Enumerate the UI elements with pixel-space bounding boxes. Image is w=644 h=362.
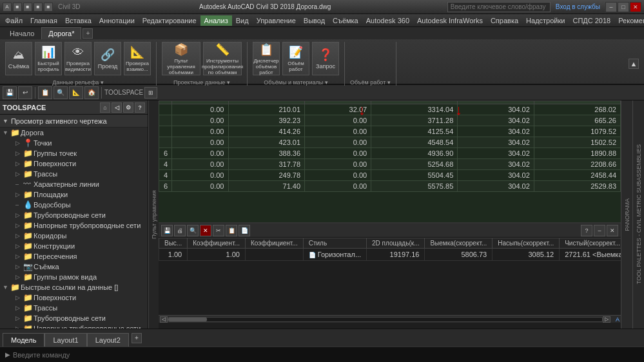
catchments-toggle[interactable]: –: [15, 202, 23, 208]
ribbon-collapse-button[interactable]: ▲: [629, 59, 639, 69]
sub-search-btn[interactable]: 🔍: [187, 225, 199, 236]
menu-output[interactable]: Вывод: [300, 15, 329, 26]
sub-table-container[interactable]: Выс... Коэффициент... Коэффициент... Сти…: [159, 238, 621, 315]
menu-insert[interactable]: Вставка: [61, 15, 95, 26]
tree-item-corridors[interactable]: ▷ 📁 Коридоры: [0, 231, 148, 241]
drive-button[interactable]: 🔗 Проезд: [94, 42, 121, 75]
menu-view[interactable]: Вид: [232, 15, 253, 26]
sub-cut-btn[interactable]: ✂: [213, 225, 224, 236]
tree-item-survey[interactable]: ▷ 📷 Съёмка: [0, 262, 148, 272]
tree-item-sites[interactable]: ▷ 📁 Площадки: [0, 189, 148, 200]
tree-item-quick-links[interactable]: ▼ 📁 Быстрые ссылки на данные []: [0, 282, 148, 292]
toolbar-btn-6[interactable]: 🏠: [84, 86, 99, 99]
intersections-toggle[interactable]: ▷: [15, 253, 23, 260]
ql-pipes-toggle[interactable]: ▷: [15, 315, 23, 321]
ql-pressure-toggle[interactable]: ▷: [15, 325, 23, 329]
survey-button[interactable]: ⛰ Съёмка: [5, 42, 32, 75]
scroll-right-btn[interactable]: ▷: [603, 316, 610, 323]
tree-item-ql-pressure[interactable]: ▷ 📁 Напорные трубопроводные сети: [0, 323, 148, 329]
add-layout-button[interactable]: +: [132, 333, 142, 343]
sub-close-btn[interactable]: ✕: [200, 225, 211, 236]
sub-paste-btn[interactable]: 📄: [239, 225, 250, 236]
tree-item-feature-lines[interactable]: – 〰 Характерные линии: [0, 179, 148, 189]
points-toggle[interactable]: ▷: [15, 140, 23, 146]
tree-item-surfaces[interactable]: ▷ 📁 Поверхности: [0, 158, 148, 169]
interaction-check-button[interactable]: 📐 Проверка взаимо...: [124, 42, 151, 75]
tree-item-ql-surfaces[interactable]: ▷ 📁 Поверхности: [0, 292, 148, 303]
tree-item-intersections[interactable]: ▷ 📁 Пересечения: [0, 251, 148, 262]
close-button[interactable]: ✕: [630, 2, 641, 12]
tree-item-ql-pipes[interactable]: ▷ 📁 Трубопроводные сети: [0, 313, 148, 323]
feature-lines-toggle[interactable]: –: [15, 181, 23, 187]
sub-help-btn[interactable]: ?: [581, 225, 592, 236]
ts-settings-btn[interactable]: ⚙: [123, 102, 133, 113]
scrollbar-track[interactable]: [168, 317, 603, 322]
profile-tools-button[interactable]: 📏 Инструменты профилирования по объёмам: [203, 42, 242, 75]
menu-recommended[interactable]: Рекомендуемые приложения: [614, 15, 644, 26]
sub-copy-btn[interactable]: 📋: [226, 225, 237, 236]
maximize-button[interactable]: □: [618, 2, 629, 12]
menu-analyze[interactable]: Анализ: [200, 15, 232, 26]
scrollbar-thumb[interactable]: [168, 318, 207, 321]
quick-links-toggle[interactable]: ▼: [3, 284, 10, 291]
query-button[interactable]: ❓ Запрос: [312, 42, 339, 75]
sub-max-btn[interactable]: ✕: [607, 225, 618, 236]
tab-layout2[interactable]: Layout2: [87, 333, 129, 347]
tree-item-view-frames[interactable]: ▷ 📁 Группы рамок вида: [0, 272, 148, 282]
ts-help-btn[interactable]: ?: [135, 102, 145, 113]
main-table-container[interactable]: ↓ ↓ 0.00: [159, 100, 621, 222]
tree-item-pressure-networks[interactable]: ▷ 📁 Напорные трубопроводные сети: [0, 220, 148, 231]
sub-print-btn[interactable]: 🖨: [174, 225, 186, 236]
pressure-toggle[interactable]: ▷: [15, 222, 23, 229]
menu-home[interactable]: Главная: [26, 15, 61, 26]
tree-item-catchments[interactable]: – 💧 Водосборы: [0, 200, 148, 210]
sub-min-btn[interactable]: –: [594, 225, 605, 236]
search-input[interactable]: [451, 3, 547, 10]
login-text[interactable]: Вход в службы: [556, 3, 600, 10]
tree-item-structures[interactable]: ▷ 📁 Конструкции: [0, 241, 148, 251]
menu-survey[interactable]: Съёмка: [329, 15, 362, 26]
toolbar-btn-1[interactable]: 💾: [3, 86, 17, 99]
tree-item-points[interactable]: ▷ 📍 Точки: [0, 138, 148, 148]
tab-model[interactable]: Модель: [3, 333, 44, 347]
alignments-toggle[interactable]: ▷: [15, 171, 23, 177]
point-groups-toggle[interactable]: ▷: [15, 150, 23, 157]
surfaces-toggle[interactable]: ▷: [15, 160, 23, 167]
minimize-button[interactable]: –: [605, 2, 617, 12]
work-volume-button[interactable]: 📝 Объём работ: [282, 42, 309, 75]
menu-annotations[interactable]: Аннотации: [95, 15, 139, 26]
toolbar-btn-5[interactable]: 📐: [69, 86, 83, 99]
tab-road[interactable]: Дорога*: [41, 27, 81, 39]
menu-edit[interactable]: Редактирование: [139, 15, 200, 26]
ql-surfaces-toggle[interactable]: ▷: [15, 294, 23, 301]
toolbar-btn-2[interactable]: ↩: [18, 86, 32, 99]
add-tab-button[interactable]: +: [83, 28, 93, 39]
menu-help[interactable]: Справка: [487, 15, 522, 26]
tree-item-point-groups[interactable]: ▷ 📁 Группы точек: [0, 148, 148, 158]
menu-autodesk360[interactable]: Autodesk 360: [362, 15, 413, 26]
scroll-left-btn[interactable]: ◁: [160, 316, 168, 323]
volume-control-button[interactable]: 📦 Пульт управления объёмами: [162, 42, 200, 75]
ts-back-btn[interactable]: ◁: [112, 102, 122, 113]
toolbar-btn-4[interactable]: 🔍: [54, 86, 68, 99]
toolspace-toggle[interactable]: ⊞: [144, 87, 157, 99]
ts-home-btn[interactable]: ⌂: [100, 102, 110, 113]
pipe-networks-toggle[interactable]: ▷: [15, 212, 23, 218]
command-input[interactable]: [13, 351, 639, 359]
sites-toggle[interactable]: ▷: [15, 191, 23, 198]
ql-align-toggle[interactable]: ▷: [15, 305, 23, 311]
menu-spds[interactable]: СПДС 2018: [569, 15, 614, 26]
corridors-toggle[interactable]: ▷: [15, 233, 23, 239]
root-toggle[interactable]: ▼: [3, 129, 10, 136]
menu-file[interactable]: Файл: [1, 15, 26, 26]
view-frames-toggle[interactable]: ▷: [15, 274, 23, 280]
menu-manage[interactable]: Управление: [253, 15, 300, 26]
active-drawing-toggle[interactable]: ▼: [3, 118, 8, 124]
toolbar-icon-2[interactable]: ■: [23, 3, 32, 12]
menu-infraworks[interactable]: Autodesk InfraWorks: [413, 15, 487, 26]
work-volume-manager-button[interactable]: 📋 Диспетчер объёмов работ: [253, 42, 280, 75]
quick-profile-button[interactable]: 📊 Быстрый профиль: [35, 42, 62, 75]
toolbar-icon-3[interactable]: ■: [34, 3, 43, 12]
toolbar-icon-1[interactable]: ■: [13, 3, 22, 12]
tree-item-ql-alignments[interactable]: ▷ 📁 Трассы: [0, 303, 148, 313]
